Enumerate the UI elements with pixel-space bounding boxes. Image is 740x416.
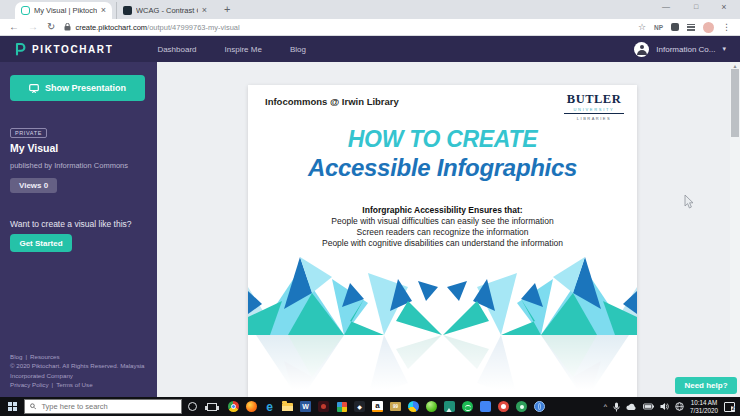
forward-icon[interactable]: → — [28, 22, 38, 32]
chrome-icon[interactable] — [227, 400, 240, 413]
reload-icon[interactable]: ↻ — [47, 22, 55, 32]
sidebar-footer: Blog|Resources © 2020 Piktochart. All Ri… — [10, 352, 149, 390]
terms-link[interactable]: Terms of Use — [56, 381, 92, 388]
piktochart-favicon — [21, 6, 30, 15]
footer-blog-link[interactable]: Blog — [10, 353, 22, 360]
spotify-icon[interactable] — [461, 400, 474, 413]
onedrive-cloud-icon[interactable] — [626, 403, 637, 411]
infographic-body-line: People with cognitive disabilities can u… — [248, 238, 637, 248]
nav-blog[interactable]: Blog — [290, 45, 306, 54]
piktochart-header: PIKTOCHART Dashboard Inspire Me Blog Inf… — [0, 36, 740, 62]
footer-resources-link[interactable]: Resources — [30, 353, 60, 360]
taskbar-apps: e W ◆ a 99 — [227, 400, 546, 413]
mouse-cursor — [684, 195, 694, 209]
green-sphere-icon[interactable] — [425, 400, 438, 413]
infographic-body-line: People with visual difficulties can easi… — [248, 216, 637, 226]
butler-library-logo: BUTLER UNIVERSITY LIBRARIES — [562, 93, 626, 121]
windows-taskbar: e W ◆ a 99 ^ 10:14 AM 7/31/2020 2 — [0, 397, 740, 416]
butler-libraries-label: LIBRARIES — [562, 116, 626, 121]
clock-time: 10:14 AM — [690, 399, 718, 407]
reading-list-icon[interactable] — [687, 24, 695, 31]
clock-date: 7/31/2020 — [690, 407, 718, 415]
account-menu[interactable]: Information Co... ▾ — [634, 42, 726, 57]
tab-close-icon[interactable]: × — [202, 6, 207, 15]
globe-app-icon[interactable] — [533, 400, 546, 413]
infographic-body-line: Screen readers can recognize the informa… — [248, 227, 637, 237]
dark-red-app-icon[interactable] — [317, 400, 330, 413]
butler-wordmark: BUTLER — [562, 93, 626, 106]
tab-title: My Visual | Piktochart Visual Edi — [34, 6, 97, 15]
new-tab-button[interactable]: + — [224, 3, 230, 15]
start-button[interactable] — [0, 402, 24, 411]
url-path: /output/47999763-my-visual — [147, 23, 240, 32]
url-field[interactable]: create.piktochart.com/output/47999763-my… — [64, 23, 629, 32]
word-icon[interactable]: W — [299, 400, 312, 413]
show-presentation-button[interactable]: Show Presentation — [10, 75, 145, 101]
window-maximize-button[interactable]: □ — [682, 0, 710, 14]
action-center-icon[interactable]: 2 — [724, 402, 735, 412]
chevron-down-icon: ▾ — [722, 45, 726, 53]
browser-tab-active[interactable]: My Visual | Piktochart Visual Edi × — [15, 2, 112, 19]
green-app-icon[interactable] — [515, 400, 528, 413]
separator: | — [49, 381, 57, 388]
volume-icon[interactable] — [660, 402, 669, 411]
battery-icon[interactable] — [643, 403, 654, 410]
back-icon[interactable]: ← — [9, 22, 19, 32]
edge-icon[interactable]: e — [263, 400, 276, 413]
infographic-canvas[interactable]: Infocommons @ Irwin Library BUTLER UNIVE… — [248, 85, 637, 397]
tab-close-icon[interactable]: × — [101, 6, 106, 15]
extension-icon[interactable] — [671, 23, 679, 31]
piktochart-logo-icon[interactable] — [14, 42, 26, 56]
window-close-button[interactable]: × — [710, 0, 738, 14]
need-help-button[interactable]: Need help? — [675, 377, 737, 394]
views-button[interactable]: Views 0 — [10, 178, 57, 193]
task-view-button[interactable] — [202, 403, 222, 411]
task-view-icon — [207, 403, 217, 411]
search-icon — [30, 403, 36, 410]
dropbox-icon[interactable]: ◆ — [353, 400, 366, 413]
red-ring-icon[interactable] — [497, 400, 510, 413]
lock-icon — [64, 23, 71, 31]
file-explorer-icon[interactable] — [281, 400, 294, 413]
nav-inspire-me[interactable]: Inspire Me — [225, 45, 262, 54]
privacy-policy-link[interactable]: Privacy Policy — [10, 381, 49, 388]
tray-expand-icon[interactable]: ^ — [604, 403, 607, 410]
taskbar-search[interactable] — [24, 399, 182, 414]
main-content: Infocommons @ Irwin Library BUTLER UNIVE… — [157, 62, 740, 397]
presentation-icon — [29, 84, 39, 93]
cta-prompt: Want to create a visual like this? — [10, 219, 147, 229]
wcag-favicon — [123, 6, 132, 15]
butler-rule — [564, 113, 624, 114]
extension-np-icon[interactable]: NP — [654, 24, 663, 31]
photos-icon[interactable] — [335, 400, 348, 413]
nav-dashboard[interactable]: Dashboard — [157, 45, 196, 54]
scrollbar-thumb[interactable] — [731, 69, 739, 137]
scrollbar-up-icon[interactable]: ▲ — [731, 62, 739, 69]
taskbar-clock[interactable]: 10:14 AM 7/31/2020 — [690, 399, 718, 414]
get-started-button[interactable]: Get Started — [10, 234, 72, 252]
bookmark-star-icon[interactable]: ☆ — [638, 22, 646, 32]
published-byline: published by Information Commons — [10, 161, 147, 170]
amazon-icon[interactable]: a — [371, 400, 384, 413]
show-presentation-label: Show Presentation — [45, 83, 126, 93]
browser-menu-icon[interactable]: ⋮ — [722, 22, 731, 32]
network-icon[interactable] — [675, 402, 684, 411]
window-minimize-button[interactable]: — — [652, 0, 680, 14]
cortana-icon — [188, 402, 197, 411]
firefox-icon[interactable] — [245, 400, 258, 413]
receipts-icon[interactable]: 99 — [389, 400, 402, 413]
microphone-icon[interactable] — [613, 402, 620, 412]
browser-profile-avatar[interactable] — [703, 22, 714, 33]
separator: | — [22, 353, 30, 360]
pycharm-icon[interactable] — [407, 400, 420, 413]
cortana-button[interactable] — [182, 402, 202, 411]
scrollbar-track[interactable]: ▲ — [730, 62, 740, 397]
brand-wordmark[interactable]: PIKTOCHART — [32, 44, 113, 55]
search-input[interactable] — [41, 402, 176, 411]
header-nav: Dashboard Inspire Me Blog — [157, 45, 306, 54]
infographic-title-line2: Accessible Infographics — [248, 154, 637, 182]
browser-tab-inactive[interactable]: WCAG - Contrast Checker × — [116, 2, 213, 19]
gallery-icon[interactable] — [443, 400, 456, 413]
notification-count: 2 — [731, 406, 735, 412]
blue-app-icon[interactable] — [479, 400, 492, 413]
